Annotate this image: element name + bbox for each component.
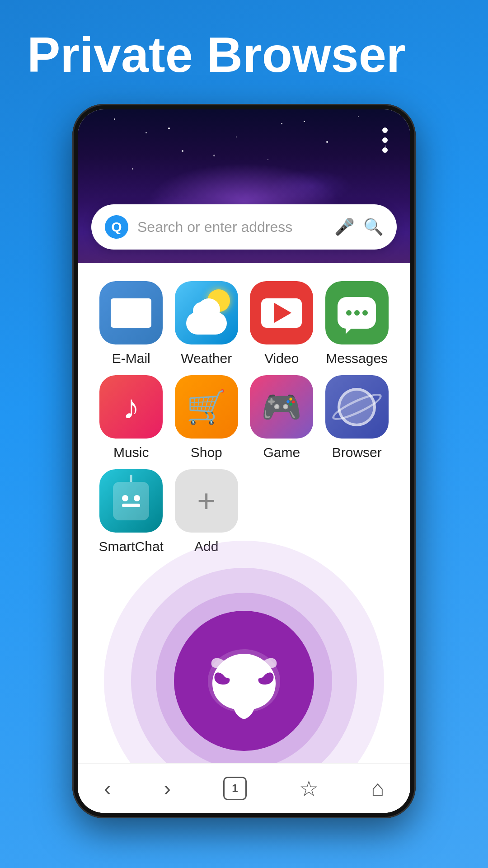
- back-button[interactable]: ‹: [104, 776, 111, 801]
- shop-app-label: Shop: [191, 445, 222, 460]
- planet-icon: [338, 388, 376, 426]
- page-title: Private Browser: [27, 27, 406, 82]
- app-item-email[interactable]: E-Mail: [96, 281, 167, 366]
- tabs-count-badge: 1: [223, 777, 247, 800]
- microphone-icon[interactable]: 🎤: [334, 217, 354, 237]
- play-triangle-icon: [274, 303, 291, 323]
- phone-body: Q Search or enter address 🎤 🔍: [72, 104, 416, 818]
- msg-dot-1: [346, 310, 352, 316]
- music-app-label: Music: [113, 445, 149, 460]
- add-app-icon: +: [175, 469, 238, 533]
- phone-frame: Q Search or enter address 🎤 🔍: [72, 104, 416, 818]
- app-item-messages[interactable]: Messages: [322, 281, 393, 366]
- forward-button[interactable]: ›: [164, 776, 171, 801]
- tabs-button[interactable]: 1: [223, 777, 247, 800]
- robot-mouth-icon: [122, 504, 140, 507]
- video-app-icon: [250, 281, 313, 344]
- robot-antenna-icon: [130, 475, 132, 482]
- email-app-icon: [99, 281, 163, 344]
- mascot-logo-icon: [199, 640, 289, 722]
- messages-app-icon: [325, 281, 389, 344]
- video-play-container: [261, 298, 302, 328]
- robot-icon: [113, 482, 149, 520]
- app-item-game[interactable]: 🎮 Game: [246, 375, 317, 460]
- app-item-smartchat[interactable]: SmartChat: [96, 469, 167, 554]
- star-icon: ☆: [299, 776, 319, 801]
- forward-arrow-icon: ›: [164, 776, 171, 801]
- smartchat-app-icon: [99, 469, 163, 533]
- robot-eye-left: [122, 495, 128, 501]
- phone-screen: Q Search or enter address 🎤 🔍: [78, 109, 410, 813]
- search-bar-container: Q Search or enter address 🎤 🔍: [91, 204, 397, 250]
- msg-dot-3: [362, 310, 368, 316]
- chat-bubble-icon: [338, 297, 376, 329]
- game-app-label: Game: [263, 445, 300, 460]
- weather-app-icon: [175, 281, 238, 344]
- messages-app-label: Messages: [326, 351, 388, 366]
- game-app-icon: 🎮: [250, 375, 313, 439]
- app-item-shop[interactable]: 🛒 Shop: [171, 375, 242, 460]
- cloud-icon: [186, 312, 227, 335]
- msg-dot-2: [354, 310, 360, 316]
- envelope-icon: [111, 298, 151, 328]
- screen-header: Q Search or enter address 🎤 🔍: [78, 109, 410, 263]
- email-app-label: E-Mail: [112, 351, 150, 366]
- browser-logo-letter: Q: [111, 219, 122, 235]
- screen-body: E-Mail Weather: [78, 263, 410, 807]
- app-item-video[interactable]: Video: [246, 281, 317, 366]
- menu-dot-1: [382, 127, 388, 133]
- search-bar[interactable]: Q Search or enter address 🎤 🔍: [91, 204, 397, 250]
- menu-dot-3: [382, 147, 388, 153]
- search-icon[interactable]: 🔍: [363, 217, 383, 237]
- search-input[interactable]: Search or enter address: [137, 219, 325, 236]
- bookmark-button[interactable]: ☆: [299, 776, 319, 801]
- robot-eye-right: [134, 495, 140, 501]
- menu-dot-2: [382, 137, 388, 143]
- weather-app-label: Weather: [181, 351, 232, 366]
- shop-app-icon: 🛒: [175, 375, 238, 439]
- app-item-browser[interactable]: Browser: [322, 375, 393, 460]
- home-button[interactable]: ⌂: [371, 776, 384, 801]
- app-item-music[interactable]: ♪ Music: [96, 375, 167, 460]
- browser-app-icon: [325, 375, 389, 439]
- app-grid: E-Mail Weather: [87, 281, 401, 554]
- video-app-label: Video: [264, 351, 299, 366]
- mascot-circle[interactable]: [174, 611, 314, 751]
- plus-icon: +: [197, 485, 216, 517]
- browser-app-label: Browser: [332, 445, 382, 460]
- more-menu-button[interactable]: [382, 127, 388, 153]
- app-item-weather[interactable]: Weather: [171, 281, 242, 366]
- planet-ring-icon: [329, 389, 384, 425]
- bottom-navigation: ‹ › 1 ☆ ⌂: [78, 763, 410, 813]
- cart-icon: 🛒: [186, 388, 227, 426]
- music-note-icon: ♪: [123, 387, 140, 426]
- music-app-icon: ♪: [99, 375, 163, 439]
- home-icon: ⌂: [371, 776, 384, 801]
- smartchat-app-label: SmartChat: [99, 539, 164, 554]
- gamepad-icon: 🎮: [261, 388, 302, 426]
- browser-logo-icon: Q: [105, 215, 128, 239]
- robot-eyes-icon: [122, 495, 140, 501]
- back-arrow-icon: ‹: [104, 776, 111, 801]
